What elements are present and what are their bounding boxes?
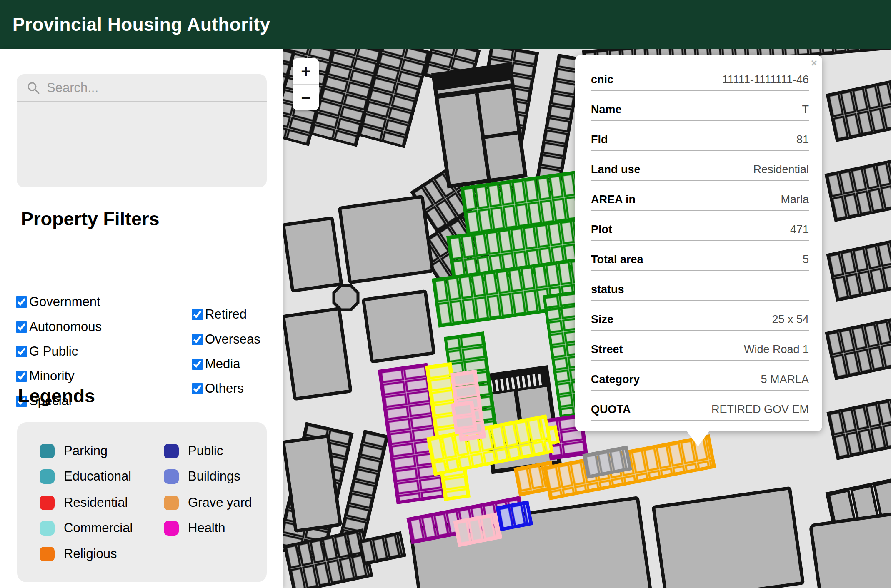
popup-tail: [687, 431, 709, 446]
filter-others[interactable]: Others: [192, 381, 244, 396]
parcel-strip-blue: [498, 502, 531, 529]
educational-swatch: [40, 469, 55, 484]
legend-commercial: Commercial: [40, 521, 133, 536]
popup-row-total-area: Total area 5: [591, 241, 809, 271]
popup-close-icon[interactable]: ×: [811, 57, 817, 68]
legends-panel: Parking Educational Residential Commerci…: [17, 422, 267, 582]
filter-government[interactable]: Government: [16, 294, 100, 309]
religious-swatch: [40, 547, 55, 561]
zoom-control: + −: [293, 58, 319, 110]
popup-row-area-in: AREA in Marla: [591, 181, 809, 211]
legend-grave-yard: Grave yard: [164, 495, 252, 510]
filter-autonomous[interactable]: Autonomous: [16, 319, 102, 334]
zoom-out-button[interactable]: −: [293, 85, 319, 110]
popup-row-quota: QUOTA RETIRED GOV EM: [591, 391, 809, 421]
filter-minority[interactable]: Minority: [16, 369, 75, 384]
popup-row-category: Category 5 MARLA: [591, 361, 809, 391]
zoom-in-button[interactable]: +: [293, 58, 319, 84]
buildings-swatch: [164, 469, 179, 484]
public-swatch: [164, 444, 179, 458]
sidebar: Property Filters Government Autonomous G…: [0, 49, 283, 588]
legend-buildings: Buildings: [164, 469, 240, 484]
legend-religious: Religious: [40, 546, 117, 561]
building-block-north: [433, 64, 526, 186]
filter-g-public[interactable]: G Public: [16, 344, 78, 359]
popup-row-street: Street Wide Road 1: [591, 331, 809, 361]
map-container: + − × cnic 11111-1111111-46 Name T Fld 8…: [283, 49, 891, 588]
app-header: Provincial Housing Authority: [0, 0, 891, 49]
roundabout: [334, 286, 358, 310]
popup-row-plot: Plot 471: [591, 211, 809, 241]
popup-row-land-use: Land use Residential: [591, 151, 809, 181]
health-swatch: [164, 521, 179, 536]
popup-row-status: status: [591, 271, 809, 301]
legend-educational: Educational: [40, 469, 131, 484]
app-title: Provincial Housing Authority: [13, 14, 270, 35]
parking-swatch: [40, 444, 55, 458]
filter-retired[interactable]: Retired: [192, 307, 247, 322]
filter-media[interactable]: Media: [192, 356, 240, 371]
popup-row-size: Size 25 x 54: [591, 301, 809, 331]
popup-row-cnic: cnic 11111-1111111-46: [591, 61, 809, 91]
legends-title: Legends: [18, 385, 95, 407]
grave-yard-swatch: [164, 496, 179, 510]
popup-row-fld: Fld 81: [591, 121, 809, 151]
legend-public: Public: [164, 443, 223, 458]
filters-title: Property Filters: [21, 208, 160, 230]
legend-residential: Residential: [40, 495, 128, 510]
plot-info-popup: × cnic 11111-1111111-46 Name T Fld 81 La…: [575, 55, 822, 431]
search-panel: [17, 74, 267, 187]
search-icon: [27, 81, 40, 95]
search-input[interactable]: [47, 80, 257, 95]
legend-health: Health: [164, 521, 225, 536]
popup-row-name: Name T: [591, 91, 809, 121]
filter-overseas[interactable]: Overseas: [192, 332, 260, 347]
residential-swatch: [40, 496, 55, 510]
legend-parking: Parking: [40, 443, 108, 458]
commercial-swatch: [40, 521, 55, 536]
